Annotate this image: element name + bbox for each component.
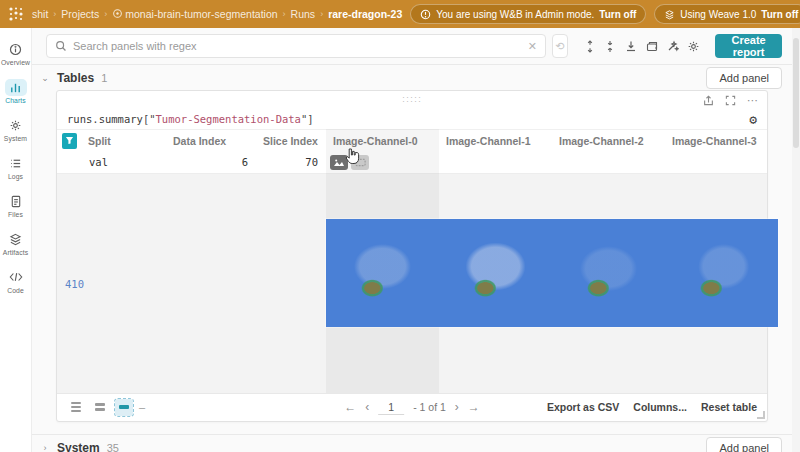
image-thumbnail-icon[interactable] [330, 155, 348, 170]
bar-chart-icon [5, 79, 27, 96]
breadcrumb-projects[interactable]: Projects [61, 8, 99, 20]
page-number-input[interactable]: 1 [378, 400, 404, 415]
search-history-button[interactable]: ⟲ [552, 34, 568, 58]
admin-mode-banner: You are using W&B in Admin mode. Turn of… [410, 4, 646, 24]
cell-data-index: 6 [166, 156, 256, 168]
column-header-image-channel-0[interactable]: Image-Channel-0 [326, 135, 439, 147]
topbar: shit › Projects › monai-brain-tumor-segm… [0, 0, 800, 28]
row-height-large-button[interactable] [115, 399, 133, 416]
sidebar-item-overview[interactable]: Overview [0, 34, 32, 72]
row-index-link[interactable]: 410 [65, 278, 84, 290]
clear-search-icon[interactable]: ✕ [528, 40, 537, 53]
fullscreen-icon[interactable] [724, 94, 737, 107]
sidebar-item-artifacts[interactable]: Artifacts [0, 224, 32, 262]
filter-funnel-button[interactable] [62, 133, 77, 149]
pagination: ← ‹ 1 - 1 of 1 › → [344, 394, 480, 420]
breadcrumb-separator: › [104, 9, 107, 19]
mri-image-channel-2[interactable] [552, 219, 665, 327]
add-panel-button[interactable]: Add panel [706, 67, 782, 89]
search-icon [55, 40, 67, 52]
collapse-panels-icon[interactable] [603, 35, 618, 57]
breadcrumb-runs[interactable]: Runs [291, 8, 316, 20]
workspace-settings-gear-icon[interactable] [686, 35, 701, 57]
next-page-button[interactable]: › [455, 400, 459, 414]
row-height-medium-button[interactable] [91, 399, 109, 416]
panel-layout-icon[interactable] [645, 35, 660, 57]
breadcrumb-separator: › [53, 9, 56, 19]
system-section-count: 35 [107, 442, 119, 452]
reset-table-button[interactable]: Reset table [701, 401, 757, 413]
code-icon [5, 269, 27, 286]
sidebar-item-label: Charts [5, 97, 26, 104]
mri-image-channel-1[interactable] [439, 219, 552, 327]
channel-image-strip [326, 219, 778, 327]
mri-image-channel-3[interactable] [665, 219, 778, 327]
export-csv-button[interactable]: Export as CSV [547, 401, 619, 413]
panel-top-bar: ·········· ⋯ [57, 91, 767, 109]
alert-clock-icon [420, 9, 431, 20]
chevron-down-icon[interactable]: ⌄ [40, 73, 50, 83]
magic-sparkle-icon[interactable] [666, 35, 681, 57]
panel-resize-handle[interactable] [757, 411, 765, 419]
breadcrumb-project[interactable]: monai-brain-tumor-segmentation [112, 8, 277, 20]
breadcrumb-separator: › [320, 9, 323, 19]
sidebar-item-logs[interactable]: Logs [0, 148, 32, 186]
sidebar-item-code[interactable]: Code [0, 262, 32, 300]
run-sidebar: Overview Charts System Logs Files Artifa… [0, 28, 32, 452]
tumor-segmentation-overlay [665, 219, 778, 327]
column-header-image-channel-3[interactable]: Image-Channel-3 [665, 135, 767, 147]
more-options-icon[interactable]: ⋯ [746, 94, 759, 107]
first-page-button[interactable]: ← [344, 400, 356, 414]
column-header-slice-index[interactable]: Slice Index [256, 135, 326, 147]
tumor-segmentation-overlay [439, 219, 552, 327]
breadcrumb-entity[interactable]: shit [32, 8, 48, 20]
weave-turn-off-button[interactable]: Turn off [761, 9, 798, 20]
info-icon [5, 41, 27, 58]
history-icon: ⟲ [555, 40, 564, 53]
tables-section-title[interactable]: Tables [57, 71, 94, 85]
add-panel-button[interactable]: Add panel [706, 437, 782, 452]
drag-handle-icon[interactable]: ·········· [402, 95, 422, 103]
query-bracket-close: "] [301, 113, 314, 125]
download-panels-icon[interactable] [624, 35, 639, 57]
chevron-right-icon[interactable]: › [40, 443, 50, 452]
sidebar-item-files[interactable]: Files [0, 186, 32, 224]
file-icon [5, 193, 27, 210]
project-icon [112, 8, 123, 19]
sidebar-item-label: Overview [1, 59, 30, 66]
breadcrumb-project-label: monai-brain-tumor-segmentation [125, 8, 277, 20]
expand-panels-icon[interactable] [582, 35, 597, 57]
wandb-logo-icon[interactable] [8, 6, 24, 22]
create-report-button[interactable]: Create report [715, 34, 782, 58]
sidebar-item-charts[interactable]: Charts [0, 72, 32, 110]
table-row[interactable]: val 6 70 [57, 151, 767, 173]
export-panel-icon[interactable] [702, 94, 715, 107]
breadcrumb-separator: › [283, 9, 286, 19]
table-header-row: Split Data Index Slice Index Image-Chann… [57, 129, 767, 151]
column-header-image-channel-1[interactable]: Image-Channel-1 [439, 135, 552, 147]
column-header-data-index[interactable]: Data Index [166, 135, 256, 147]
admin-turn-off-button[interactable]: Turn off [599, 9, 636, 20]
query-object: runs [67, 113, 92, 125]
main-content: ✕ ⟲ Create report ⌄ Tables 1 Add panel ·… [32, 28, 792, 452]
prev-page-button[interactable]: ‹ [365, 400, 369, 414]
column-header-image-channel-2[interactable]: Image-Channel-2 [552, 135, 665, 147]
panel-search-input[interactable] [73, 40, 522, 52]
system-section-title[interactable]: System [57, 441, 100, 452]
row-height-small-button[interactable] [67, 399, 85, 416]
panels-toolbar: ✕ ⟲ Create report [32, 28, 792, 64]
column-header-split[interactable]: Split [81, 135, 166, 147]
mri-image-channel-0[interactable] [326, 219, 439, 327]
panel-settings-gear-icon[interactable]: ⚙ [749, 112, 757, 127]
columns-button[interactable]: Columns... [633, 401, 687, 413]
row-height-dash-icon[interactable]: – [139, 401, 145, 413]
scrollbar-thumb[interactable] [793, 38, 799, 148]
table-footer: – ← ‹ 1 - 1 of 1 › → Export as CSV Colum… [57, 393, 767, 420]
weave-text: Using Weave 1.0 [680, 9, 756, 20]
segmentation-mask-icon[interactable] [351, 155, 369, 170]
sidebar-item-system[interactable]: System [0, 110, 32, 148]
last-page-button[interactable]: → [468, 400, 480, 414]
breadcrumb-run-name[interactable]: rare-dragon-23 [328, 8, 402, 20]
panel-search-box[interactable]: ✕ [46, 34, 546, 58]
panel-query-row[interactable]: runs.summary["Tumor-Segmentation-Data"] … [57, 109, 767, 129]
